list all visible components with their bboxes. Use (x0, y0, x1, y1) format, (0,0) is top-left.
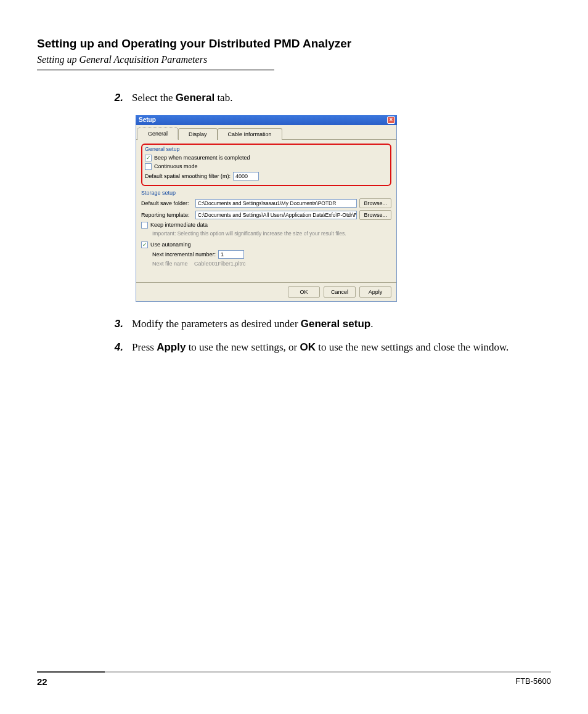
step-3: 3. Modify the parameters as desired unde… (111, 317, 533, 331)
page-number: 22 (37, 676, 47, 687)
page-heading: Setting up and Operating your Distribute… (37, 37, 551, 51)
browse-save-button[interactable]: Browse... (359, 198, 391, 208)
step-2: 2. Select the General tab. (111, 91, 533, 105)
continuous-label: Continuous mode (154, 163, 198, 169)
next-file-value: Cable001Fiber1.pltrc (194, 261, 246, 267)
important-note: Important: Selecting this option will si… (141, 230, 391, 237)
template-input[interactable]: C:\Documents and Settings\All Users\Appl… (195, 211, 357, 219)
template-label: Reporting template: (141, 212, 193, 218)
cancel-button[interactable]: Cancel (324, 286, 356, 298)
general-setup-title: General setup (145, 146, 388, 152)
browse-template-button[interactable]: Browse... (359, 210, 391, 220)
close-icon[interactable]: × (387, 116, 395, 124)
steps-list: 2. Select the General tab. Setup × Gener… (37, 91, 551, 354)
storage-setup-title: Storage setup (141, 190, 391, 196)
keep-data-label: Keep intermediate data (150, 222, 208, 228)
setup-dialog: Setup × General Display Cable Informatio… (136, 115, 397, 302)
footer-rule (37, 671, 551, 673)
tab-general[interactable]: General (137, 128, 178, 140)
page-subheading: Setting up General Acquisition Parameter… (37, 54, 551, 65)
ok-button[interactable]: OK (288, 286, 320, 298)
step-text: Select the General tab. (132, 91, 232, 105)
apply-button[interactable]: Apply (359, 286, 391, 298)
save-folder-label: Default save folder: (141, 200, 193, 206)
general-setup-highlight: General setup ✓ Beep when measurement is… (141, 144, 391, 186)
beep-checkbox[interactable]: ✓ (145, 155, 152, 161)
step-text: Modify the parameters as desired under G… (132, 317, 373, 331)
step-number: 3. (111, 317, 123, 331)
next-inc-label: Next incremental number: (152, 251, 216, 258)
dialog-title: Setup (139, 116, 156, 123)
heading-rule (37, 69, 274, 71)
step-number: 2. (111, 91, 123, 105)
step-text: Press Apply to use the new settings, or … (132, 340, 508, 355)
filter-label: Default spatial smoothing filter (m): (145, 173, 231, 179)
dialog-buttons: OK Cancel Apply (136, 282, 396, 301)
dialog-tabs: General Display Cable Information (136, 125, 396, 140)
step-number: 4. (111, 340, 123, 355)
keep-data-checkbox[interactable] (141, 222, 148, 229)
save-folder-input[interactable]: C:\Documents and Settings\sasau1\My Docu… (195, 199, 357, 208)
next-inc-input[interactable]: 1 (218, 250, 244, 259)
beep-label: Beep when measurement is completed (154, 155, 250, 161)
tab-display[interactable]: Display (178, 128, 218, 140)
page-footer: 22 FTB-5600 (37, 671, 551, 687)
dialog-titlebar: Setup × (136, 115, 397, 125)
autonaming-label: Use autonaming (150, 241, 191, 248)
model-number: FTB-5600 (515, 676, 551, 687)
filter-input[interactable]: 4000 (233, 172, 259, 181)
autonaming-checkbox[interactable]: ✓ (141, 241, 148, 248)
continuous-checkbox[interactable] (145, 163, 152, 170)
step-4: 4. Press Apply to use the new settings, … (111, 340, 533, 355)
tab-cable-information[interactable]: Cable Information (218, 128, 282, 140)
next-file-label: Next file name (152, 261, 188, 267)
